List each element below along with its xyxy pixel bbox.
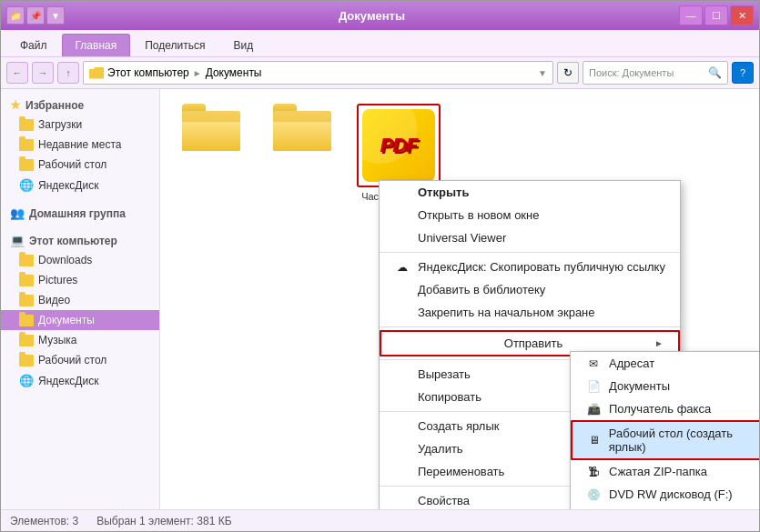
separator — [380, 252, 680, 253]
up-button[interactable]: ↑ — [57, 62, 79, 84]
sub-menu-item-fax[interactable]: 📠 Получатель факса — [571, 397, 759, 420]
pdf-selected-box: PDF — [357, 104, 441, 187]
folder-icon-lg — [273, 104, 331, 151]
pc-section: 💻 Этот компьютер — [1, 228, 159, 250]
context-menu-item-add-library[interactable]: Добавить в библиотеку — [380, 278, 680, 301]
sidebar-item-label: Downloads — [38, 254, 92, 266]
title-icon-1: 📁 — [6, 6, 25, 25]
pdf-icon: PDF — [362, 109, 435, 182]
sub-menu-item-dvd[interactable]: 💿 DVD RW дисковод (F:) — [571, 483, 759, 506]
pc-icon: 💻 — [10, 234, 25, 247]
pdf-text: PDF — [380, 134, 418, 157]
tab-file[interactable]: Файл — [6, 34, 61, 56]
refresh-button[interactable]: ↻ — [557, 62, 579, 84]
favorites-star-icon: ★ — [10, 98, 21, 112]
fax-icon: 📠 — [585, 403, 602, 416]
sub-context-menu: ✉ Адресат 📄 Документы 📠 Получатель факса… — [570, 351, 759, 509]
sidebar: ★ Избранное Загрузки Недавние места Рабо… — [1, 89, 160, 509]
context-menu-item-pin[interactable]: Закрепить на начальном экране — [380, 301, 680, 324]
window: 📁 📌 ▼ Документы — ☐ ✕ Файл Главная Подел… — [0, 0, 760, 532]
addressee-icon: ✉ — [585, 357, 602, 370]
path-part-2: Документы — [206, 66, 262, 79]
yandex-icon: 🌐 — [19, 374, 34, 387]
status-bar: Элементов: 3 Выбран 1 элемент: 381 КБ — [1, 509, 759, 531]
dvd-icon: 💿 — [585, 488, 602, 501]
sidebar-item-recent[interactable]: Недавние места — [1, 135, 159, 155]
context-menu-item-new-window[interactable]: Открыть в новом окне — [380, 204, 680, 226]
status-selected: Выбран 1 элемент: 381 КБ — [96, 515, 231, 527]
sidebar-item-downloads[interactable]: Загрузки — [1, 115, 159, 135]
folder-front — [182, 122, 240, 151]
sidebar-item-label: Pictures — [38, 274, 77, 286]
sidebar-item-desktop-pc[interactable]: Рабочий стол — [1, 350, 159, 370]
pc-label: Этот компьютер — [29, 235, 117, 247]
sidebar-item-yandex-pc[interactable]: 🌐 ЯндексДиск — [1, 370, 159, 391]
yandex-disk-icon: ☁ — [394, 261, 410, 274]
close-button[interactable]: ✕ — [730, 5, 754, 25]
sidebar-item-label: Видео — [38, 294, 70, 306]
title-icon-3: ▼ — [46, 6, 65, 25]
sidebar-item-music[interactable]: Музыка — [1, 330, 159, 350]
tab-share[interactable]: Поделиться — [131, 34, 218, 56]
tab-home[interactable]: Главная — [62, 34, 131, 56]
pdf-background: PDF — [362, 109, 435, 182]
folder-icon — [19, 119, 34, 131]
tab-view[interactable]: Вид — [219, 34, 267, 56]
path-arrow-1: ► — [193, 68, 202, 78]
folder-icon — [19, 315, 34, 326]
ribbon: Файл Главная Поделиться Вид — [1, 30, 759, 57]
file-item-folder1[interactable] — [175, 104, 248, 213]
window-title: Документы — [68, 9, 675, 23]
submenu-arrow: ► — [654, 338, 664, 348]
forward-button[interactable]: → — [32, 62, 54, 84]
homegroup-label: Домашняя группа — [29, 207, 126, 220]
homegroup-section: 👥 Домашняя группа — [1, 201, 159, 223]
sidebar-item-pc-downloads[interactable]: Downloads — [1, 250, 159, 270]
folder-icon — [19, 275, 34, 286]
file-item-folder2[interactable] — [266, 104, 339, 213]
path-arrow-2: ▼ — [538, 68, 547, 78]
yandex-icon: 🌐 — [19, 178, 34, 192]
sub-menu-item-addressee[interactable]: ✉ Адресат — [571, 352, 759, 375]
context-menu-item-yandex[interactable]: ☁ ЯндексДиск: Скопировать публичную ссыл… — [380, 256, 680, 278]
sidebar-item-label: Недавние места — [38, 138, 121, 151]
folder-icon — [19, 335, 34, 346]
titlebar: 📁 📌 ▼ Документы — ☐ ✕ — [1, 1, 759, 30]
ribbon-tabs: Файл Главная Поделиться Вид — [1, 30, 759, 56]
separator — [380, 326, 680, 327]
sidebar-item-pictures[interactable]: Pictures — [1, 270, 159, 290]
sidebar-item-video[interactable]: Видео — [1, 290, 159, 310]
sub-menu-item-desktop-shortcut[interactable]: 🖥 Рабочий стол (создать ярлык) — [571, 420, 759, 460]
sub-menu-item-documents[interactable]: 📄 Документы — [571, 375, 759, 397]
sidebar-item-label: ЯндексДиск — [38, 375, 98, 387]
sidebar-item-label: ЯндексДиск — [38, 179, 98, 192]
maximize-button[interactable]: ☐ — [704, 5, 728, 25]
sidebar-item-desktop[interactable]: Рабочий стол — [1, 155, 159, 175]
sub-menu-item-zip[interactable]: 🗜 Сжатая ZIP-папка — [571, 460, 759, 483]
search-placeholder: Поиск: Документы — [589, 67, 704, 78]
address-bar: ← → ↑ Этот компьютер ► Документы ▼ ↻ Пои… — [1, 57, 759, 89]
help-button[interactable]: ? — [732, 62, 754, 84]
sidebar-item-yandex-fav[interactable]: 🌐 ЯндексДиск — [1, 175, 159, 196]
minimize-button[interactable]: — — [679, 5, 703, 25]
search-icon: 🔍 — [708, 66, 722, 79]
sidebar-item-label: Рабочий стол — [38, 158, 106, 171]
folder-front — [273, 122, 331, 151]
sidebar-item-label: Загрузки — [38, 118, 82, 131]
path-folder-icon — [89, 67, 104, 79]
back-button[interactable]: ← — [6, 62, 28, 84]
folder-icon — [19, 295, 34, 306]
title-icon-2: 📌 — [26, 6, 45, 25]
context-menu-item-open[interactable]: Открыть — [380, 181, 680, 204]
address-path[interactable]: Этот компьютер ► Документы ▼ — [83, 61, 553, 85]
search-box[interactable]: Поиск: Документы 🔍 — [583, 61, 728, 85]
folder-icon — [19, 159, 34, 171]
main-area: ★ Избранное Загрузки Недавние места Рабо… — [1, 89, 759, 509]
sidebar-item-documents[interactable]: Документы — [1, 310, 159, 330]
window-controls: — ☐ ✕ — [679, 5, 754, 25]
documents-icon: 📄 — [585, 380, 602, 393]
folder-icon — [19, 355, 34, 366]
sub-menu-item-removable[interactable]: 💾 Съемный диск (H:) — [571, 506, 759, 509]
context-menu-item-viewer[interactable]: Universal Viewer — [380, 226, 680, 249]
favorites-section: ★ Избранное — [1, 93, 159, 115]
